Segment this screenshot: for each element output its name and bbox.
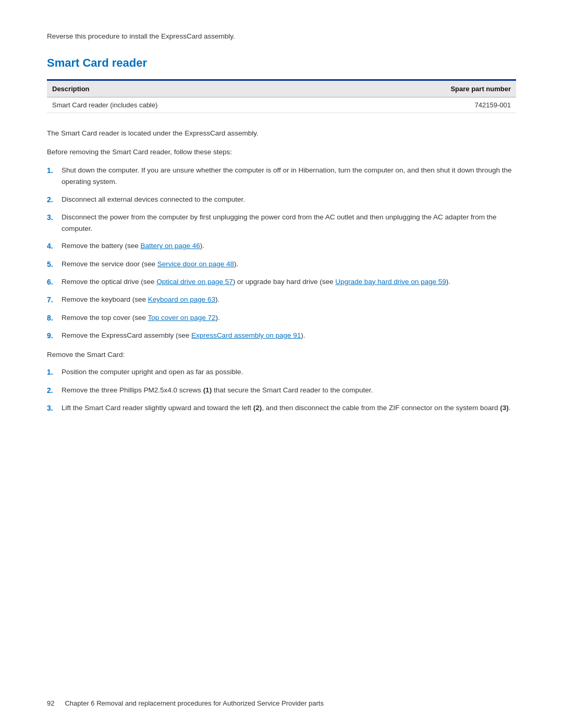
list-content: Remove the optical drive (see Optical dr…	[62, 276, 516, 288]
list-number: 8.	[47, 312, 62, 324]
prereq-steps-list: 1.Shut down the computer. If you are uns…	[47, 165, 516, 341]
table-col1-header: Description	[47, 81, 338, 97]
list-item: 2.Disconnect all external devices connec…	[47, 194, 516, 205]
list-content: Remove the keyboard (see Keyboard on pag…	[62, 294, 516, 305]
parts-table-container: Description Spare part number Smart Card…	[47, 79, 516, 113]
list-item: 8.Remove the top cover (see Top cover on…	[47, 312, 516, 324]
list-content: Remove the service door (see Service doo…	[62, 258, 516, 270]
step-link[interactable]: ExpressCard assembly on page 91	[191, 331, 301, 339]
list-number: 1.	[47, 366, 62, 378]
step-link-2[interactable]: Upgrade bay hard drive on page 59	[335, 278, 446, 286]
list-number: 3.	[47, 402, 62, 414]
list-number: 9.	[47, 330, 62, 341]
list-item: 9.Remove the ExpressCard assembly (see E…	[47, 330, 516, 341]
list-content: Disconnect all external devices connecte…	[62, 194, 516, 205]
table-cell-part-number: 742159-001	[338, 97, 516, 113]
table-col2-header: Spare part number	[338, 81, 516, 97]
list-content: Remove the ExpressCard assembly (see Exp…	[62, 330, 516, 341]
list-number: 1.	[47, 165, 62, 176]
list-content: Shut down the computer. If you are unsur…	[62, 165, 516, 187]
list-item: 2.Remove the three Phillips PM2.5x4.0 sc…	[47, 385, 516, 396]
list-number: 5.	[47, 258, 62, 270]
table-row: Smart Card reader (includes cable)742159…	[47, 97, 516, 113]
list-item: 1.Shut down the computer. If you are uns…	[47, 165, 516, 187]
step-link[interactable]: Keyboard on page 63	[148, 295, 215, 303]
list-content: Lift the Smart Card reader slightly upwa…	[62, 402, 516, 414]
step-link[interactable]: Service door on page 48	[157, 260, 234, 268]
list-item: 6.Remove the optical drive (see Optical …	[47, 276, 516, 288]
footer: 92 Chapter 6 Removal and replacement pro…	[47, 699, 516, 707]
page: Reverse this procedure to install the Ex…	[0, 0, 563, 728]
list-item: 4.Remove the battery (see Battery on pag…	[47, 240, 516, 252]
list-number: 2.	[47, 194, 62, 205]
list-number: 3.	[47, 212, 62, 223]
list-item: 3.Disconnect the power from the computer…	[47, 212, 516, 234]
list-number: 6.	[47, 276, 62, 288]
footer-page-number: 92	[47, 699, 54, 707]
table-cell-description: Smart Card reader (includes cable)	[47, 97, 338, 113]
list-content: Position the computer upright and open a…	[62, 366, 516, 378]
intro-text: Reverse this procedure to install the Ex…	[47, 31, 516, 42]
section-title: Smart Card reader	[47, 56, 516, 70]
list-item: 1.Position the computer upright and open…	[47, 366, 516, 378]
step-link[interactable]: Top cover on page 72	[148, 314, 216, 322]
list-content: Remove the top cover (see Top cover on p…	[62, 312, 516, 324]
list-content: Disconnect the power from the computer b…	[62, 212, 516, 234]
list-number: 2.	[47, 385, 62, 396]
list-item: 5.Remove the service door (see Service d…	[47, 258, 516, 270]
remove-smart-card-label: Remove the Smart Card:	[47, 349, 516, 361]
list-content: Remove the three Phillips PM2.5x4.0 scre…	[62, 385, 516, 396]
table-header-row: Description Spare part number	[47, 81, 516, 97]
list-number: 7.	[47, 294, 62, 305]
list-number: 4.	[47, 240, 62, 252]
footer-chapter-text: Chapter 6 Removal and replacement proced…	[65, 699, 323, 707]
step-link-1[interactable]: Optical drive on page 57	[156, 278, 232, 286]
list-item: 3.Lift the Smart Card reader slightly up…	[47, 402, 516, 414]
remove-steps-list: 1.Position the computer upright and open…	[47, 366, 516, 414]
step-link[interactable]: Battery on page 46	[141, 242, 200, 250]
body-para2: Before removing the Smart Card reader, f…	[47, 146, 516, 158]
body-para1: The Smart Card reader is located under t…	[47, 128, 516, 139]
parts-table: Description Spare part number Smart Card…	[47, 81, 516, 113]
list-item: 7.Remove the keyboard (see Keyboard on p…	[47, 294, 516, 305]
list-content: Remove the battery (see Battery on page …	[62, 240, 516, 252]
